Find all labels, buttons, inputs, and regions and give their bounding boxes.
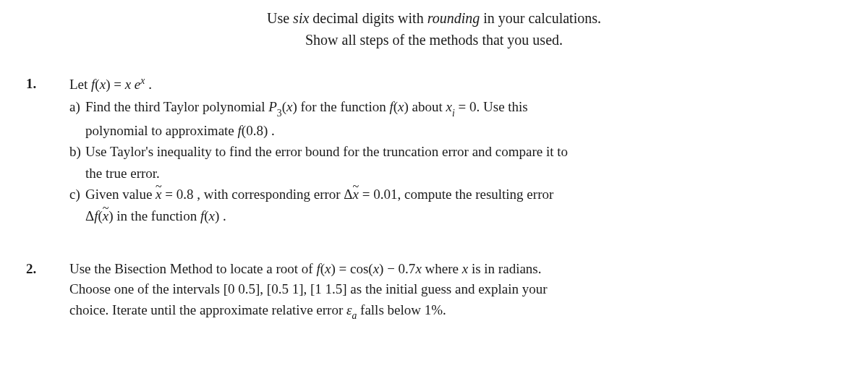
p1c-l2-t8: x xyxy=(209,208,215,223)
p1c-l1-t1: Given value xyxy=(85,187,156,202)
instr1-e: in your calculations. xyxy=(480,10,601,26)
p2-l1-t8: x xyxy=(415,261,421,276)
p1a-l2-t1: polynomial to approximate xyxy=(85,123,238,138)
p1a-line1: Find the third Taylor polynomial P3(x) f… xyxy=(85,97,846,119)
p1c-line1: Given value x = 0.8 , with corresponding… xyxy=(85,184,846,205)
p1c-l2-t5: ) in the function xyxy=(109,208,200,223)
problem-1-intro: Let f(x) = x ex . xyxy=(69,74,846,95)
p2-l1-t11: is in radians. xyxy=(468,261,541,276)
p1a-l1-t3: 3 xyxy=(277,108,282,119)
p1a-l1-t12: i xyxy=(452,108,455,119)
p1-intro-t4: x xyxy=(100,77,106,92)
problem-1-part-a: a) Find the third Taylor polynomial P3(x… xyxy=(69,97,846,119)
p2-line3: choice. Iterate until the approximate re… xyxy=(69,300,846,322)
p2-l1-t5: ) = cos( xyxy=(331,261,373,276)
p1a-l1-t2: P xyxy=(268,99,277,114)
p2-l1-t6: x xyxy=(373,261,379,276)
p1a-l1-t1: Find the third Taylor polynomial xyxy=(85,99,268,114)
p2-l1-t7: ) − 0.7 xyxy=(379,261,415,276)
p1a-l1-t6: ) for the function xyxy=(292,99,389,114)
instr1-b: six xyxy=(293,10,309,26)
p1a-l1-t11: x xyxy=(446,99,452,114)
p1a-label: a) xyxy=(69,97,85,119)
p2-l3-t4: falls below 1%. xyxy=(357,302,446,317)
p2-l3-t3: a xyxy=(352,310,357,321)
instruction-line-1: Use six decimal digits with rounding in … xyxy=(22,7,846,29)
p1c-l2-t4: x xyxy=(103,206,109,227)
p1a-l1-t13: = 0. Use this xyxy=(455,99,528,114)
p2-line1: Use the Bisection Method to locate a roo… xyxy=(69,259,846,280)
p1c-l2-t1: Δ xyxy=(85,208,94,223)
p1b-line1: Use Taylor's inequality to find the erro… xyxy=(85,142,846,163)
p1c-l1-t2: x xyxy=(156,184,161,205)
p2-l1-t10: x xyxy=(462,261,468,276)
p1c-line2: Δf(x) in the function f(x) . xyxy=(85,206,846,227)
problem-2-body: Use the Bisection Method to locate a roo… xyxy=(69,259,846,322)
p2-line2: Choose one of the intervals [0 0.5], [0.… xyxy=(69,279,846,300)
problem-1: 1. Let f(x) = x ex . a) Find the third T… xyxy=(22,74,846,227)
p1a-l1-t10: ) about xyxy=(404,99,446,114)
instructions-block: Use six decimal digits with rounding in … xyxy=(22,7,846,51)
problem-2-number: 2. xyxy=(22,259,69,322)
p1a-line2: polynomial to approximate f(0.8) . xyxy=(85,121,846,142)
p1c-l1-t3: = 0.8 , with corresponding error Δ xyxy=(162,187,353,202)
p1b-line2: the true error. xyxy=(85,163,846,184)
p1c-l1-t5: = 0.01, compute the resulting error xyxy=(359,187,553,202)
p1b-label: b) xyxy=(69,142,85,163)
p1-intro-t1: Let xyxy=(69,77,91,92)
p1a-l1-t9: x xyxy=(398,99,404,114)
p1c-l2-t9: ) . xyxy=(215,208,226,223)
p2-l3-t1: choice. Iterate until the approximate re… xyxy=(69,302,346,317)
p1-intro-t5: ) = xyxy=(106,77,125,92)
problem-2: 2. Use the Bisection Method to locate a … xyxy=(22,259,846,322)
instruction-line-2: Show all steps of the methods that you u… xyxy=(22,29,846,51)
p1c-label: c) xyxy=(69,184,85,205)
p1a-l2-t3: (0.8) . xyxy=(242,123,275,138)
problem-1-body: Let f(x) = x ex . a) Find the third Tayl… xyxy=(69,74,846,227)
problem-1-number: 1. xyxy=(22,74,69,227)
p2-l1-t9: where xyxy=(422,261,462,276)
instr1-a: Use xyxy=(267,10,293,26)
p1c-l1-t4: x xyxy=(353,184,359,205)
problem-1-part-b: b) Use Taylor's inequality to find the e… xyxy=(69,142,846,163)
p1-intro-t6: x e xyxy=(125,77,141,92)
instr1-d: rounding xyxy=(427,10,480,26)
p1-intro-t8: . xyxy=(145,77,152,92)
instr1-c: decimal digits with xyxy=(309,10,427,26)
p2-l1-t1: Use the Bisection Method to locate a roo… xyxy=(69,261,316,276)
problems-list: 1. Let f(x) = x ex . a) Find the third T… xyxy=(22,74,846,322)
problem-1-part-c: c) Given value x = 0.8 , with correspond… xyxy=(69,184,846,205)
